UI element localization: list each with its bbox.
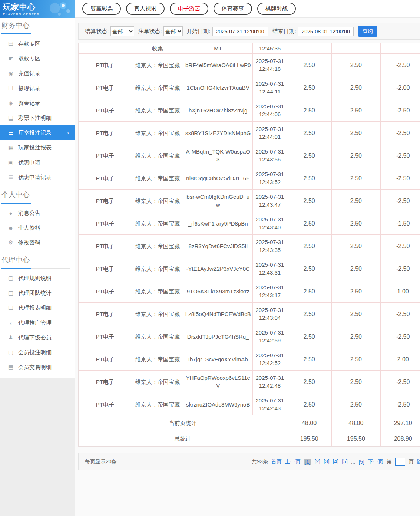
section-title-agent: 代理中心 xyxy=(1,255,70,269)
share-icon: ‹ xyxy=(7,320,14,326)
sidebar-item-profile[interactable]: ☻ 个人资料 › xyxy=(0,220,75,235)
page-link[interactable]: [3] xyxy=(324,459,330,465)
jump-link[interactable]: 跳 xyxy=(417,459,420,465)
page-link[interactable]: [2] xyxy=(314,459,320,465)
sidebar-item-promo-apply[interactable]: ▣ 优惠申请 › xyxy=(0,155,75,170)
users-icon: ♟ xyxy=(7,334,14,341)
total-summary-profit: 208.90 xyxy=(381,431,420,446)
cell-bet-amount: 2.50 xyxy=(287,76,332,99)
sidebar-item-label: 个人资料 xyxy=(18,224,40,231)
cell-valid-amount: 2.50 xyxy=(332,76,381,99)
page-summary-row: 当前页统计 48.00 48.00 297.10 xyxy=(79,415,420,431)
page-link[interactable]: [4] xyxy=(333,459,339,465)
nav-live-casino-button[interactable]: 真人视讯 xyxy=(126,3,165,15)
page-summary-valid: 48.00 xyxy=(332,415,381,431)
nav-sports-button[interactable]: 体育赛事 xyxy=(214,3,252,15)
cell-bet-amount: 2.50 xyxy=(287,371,332,393)
sidebar-item-agent-team-stats[interactable]: ▤ 代理团队统计 › xyxy=(0,286,75,300)
nav-lottery-button[interactable]: 雙赢彩票 xyxy=(82,3,121,15)
cell-bet-id: sx8RY1SfzE2YDIsNMphG xyxy=(183,122,253,144)
list-doc-icon: ▤ xyxy=(7,115,14,121)
search-button[interactable]: 查询 xyxy=(358,26,377,37)
sidebar-item-promo-apply-record[interactable]: ☰ 优惠申请记录 › xyxy=(0,170,75,185)
cell-bet-amount: 2.50 xyxy=(287,393,332,415)
page-link[interactable]: [1] xyxy=(304,459,311,465)
cell-game-type: PT电子 xyxy=(79,371,132,393)
cell-valid-amount: 2.50 xyxy=(332,99,381,121)
sidebar-item-player-bet-report[interactable]: ▦ 玩家投注报表 › xyxy=(0,140,75,155)
sidebar-item-agent-report-detail[interactable]: ▤ 代理报表明细 › xyxy=(0,300,75,315)
cell-valid-amount xyxy=(332,43,381,53)
cell-valid-amount: 2.50 xyxy=(332,144,381,167)
cell-bet-time: 2025-07-31 12:43:17 xyxy=(253,280,287,302)
cell-game-type: PT电子 xyxy=(79,257,132,280)
cell-game-type: PT电子 xyxy=(79,303,132,325)
cell-bet-time: 2025-07-31 12:42:43 xyxy=(253,393,287,415)
cell-profit: -2.50 xyxy=(381,54,420,76)
news-icon: ▤ xyxy=(7,305,14,311)
cell-game-type: PT电子 xyxy=(79,190,132,212)
sidebar-item-recharge-record[interactable]: ◉ 充值记录 › xyxy=(0,66,75,81)
sidebar-item-withdraw-record[interactable]: ❐ 提现记录 › xyxy=(0,81,75,96)
first-page-link[interactable]: 首页 xyxy=(271,459,282,465)
cell-game-type: PT电子 xyxy=(79,167,132,189)
sidebar-item-agent-rules[interactable]: ▢ 代理规则说明 › xyxy=(0,271,75,286)
cell-bet-time: 2025-07-31 12:44:01 xyxy=(253,122,287,144)
goto-page-input[interactable] xyxy=(395,458,405,466)
cell-valid-amount: 2.50 xyxy=(332,167,381,189)
sidebar-item-deposit[interactable]: ▤ 存款专区 › xyxy=(0,36,75,51)
prev-page-link[interactable]: 上一页 xyxy=(285,459,301,465)
sidebar-item-agent-members[interactable]: ♟ 代理下级会员 › xyxy=(0,330,75,345)
cell-bet-id: skrznuZIOAdc3MW9ynoB xyxy=(183,393,253,415)
sidebar-item-label: 优惠申请记录 xyxy=(18,174,52,181)
cell-valid-amount: 2.50 xyxy=(332,190,381,212)
page-link[interactable]: [5] xyxy=(342,459,348,465)
cell-game-type: PT电子 xyxy=(79,144,132,167)
section-title-personal: 个人中心 xyxy=(1,190,70,203)
sidebar-item-member-bet-detail[interactable]: ▢ 会员投注明细 › xyxy=(0,345,75,360)
nav-board-games-button[interactable]: 棋牌对战 xyxy=(257,3,296,15)
sidebar-filler xyxy=(0,378,75,516)
page-summary-label: 当前页统计 xyxy=(79,415,287,431)
sidebar-item-hall-bet-record[interactable]: ☰ 厅室投注记录 › xyxy=(0,125,75,140)
next-page-link[interactable]: 下一页 xyxy=(368,459,383,465)
wallet-icon: ❐ xyxy=(7,85,14,92)
settle-status-select[interactable]: 全部 xyxy=(110,26,134,36)
table-row: PT电子 维京人：帝国宝藏 -YtE1AyJwZ2P3xVJeY0C 2025-… xyxy=(79,257,420,280)
sidebar-item-member-trans-detail[interactable]: ▤ 会员交易明细 › xyxy=(0,360,75,375)
sidebar-item-agent-promotion[interactable]: ‹ 代理推广管理 › xyxy=(0,315,75,330)
sidebar-item-funds-record[interactable]: ◈ 资金记录 › xyxy=(0,96,75,111)
cell-bet-id: 9TO6K3FkrX93mTz3kxrz xyxy=(183,280,253,302)
money-bag-icon: ◉ xyxy=(7,70,14,77)
last-page-link[interactable]: [5] xyxy=(358,459,364,465)
sidebar: 玩家中心 PLAYERS CENTER 财务中心 ▤ 存款专区 › xyxy=(0,0,75,516)
sidebar-item-lottery-bet-detail[interactable]: ▤ 彩票下注明细 › xyxy=(0,111,75,125)
promo-list-icon: ☰ xyxy=(7,174,14,181)
sidebar-item-notices[interactable]: ● 消息公告 › xyxy=(0,206,75,220)
sidebar-item-label: 代理规则说明 xyxy=(18,275,52,282)
cell-bet-id: ni8rOqgC8bOZ5dDJ1_6E xyxy=(183,167,253,189)
start-date-input[interactable] xyxy=(212,27,268,36)
cell-valid-amount: 2.50 xyxy=(332,280,381,302)
filter-bar: 结算状态: 全部 注单状态: 全部 开始日期: 结束日期: 查询 xyxy=(78,23,420,40)
bet-list-icon: ☰ xyxy=(7,129,14,136)
cell-game-name: 维京人：帝国宝藏 xyxy=(132,190,184,212)
cell-bet-amount: 2.50 xyxy=(287,190,332,212)
table-row: PT电子 维京人：帝国宝藏 skrznuZIOAdc3MW9ynoB 2025-… xyxy=(79,393,420,415)
sidebar-item-withdraw[interactable]: ☛ 取款专区 › xyxy=(0,51,75,66)
cell-bet-time: 2025-07-31 12:43:35 xyxy=(253,235,287,257)
table-row: PT电子 维京人：帝国宝藏 9TO6K3FkrX93mTz3kxrz 2025-… xyxy=(79,280,420,303)
cell-valid-amount: 2.50 xyxy=(332,325,381,348)
order-status-select[interactable]: 全部 xyxy=(163,26,183,36)
end-date-input[interactable] xyxy=(298,27,354,36)
sidebar-item-change-password[interactable]: ⚙ 修改密码 › xyxy=(0,235,75,250)
cell-profit: -2.50 xyxy=(381,167,420,189)
cell-profit: 1.00 xyxy=(381,280,420,302)
cell-profit xyxy=(381,43,420,53)
cell-game-name: 维京人：帝国宝藏 xyxy=(132,235,184,257)
cell-bet-id: bsr-wCm0fgKDmGeuD_uw xyxy=(183,190,253,212)
cell-game-name: 维京人：帝国宝藏 xyxy=(132,325,184,348)
cell-valid-amount: 2.50 xyxy=(332,212,381,234)
cell-bet-amount: 2.50 xyxy=(287,348,332,370)
nav-electronic-games-button[interactable]: 电子游艺 xyxy=(170,3,208,15)
